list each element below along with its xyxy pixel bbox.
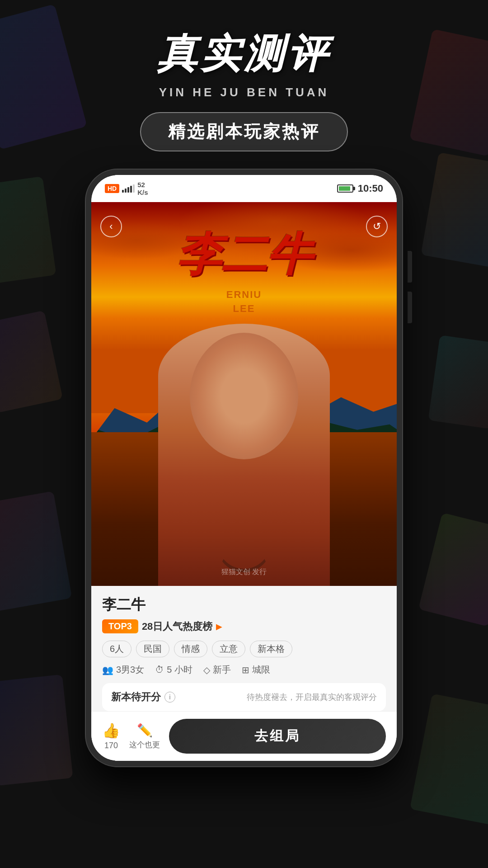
- status-time: 10:50: [358, 183, 383, 194]
- signal-bar-1: [122, 190, 124, 193]
- signal-bar-2: [125, 189, 127, 193]
- review-icon: ✏️: [137, 723, 153, 738]
- duration-value: 5 小时: [167, 664, 192, 676]
- rating-hint: 待热度褪去，开启最真实的客观评分: [247, 692, 377, 703]
- page: 真实测评 YIN HE JU BEN TUAN 精选剧本玩家热评 HD: [0, 0, 488, 868]
- battery-icon: [337, 184, 353, 193]
- battery-fill: [339, 186, 350, 191]
- status-right: 10:50: [337, 183, 383, 194]
- refresh-icon: ↺: [373, 221, 381, 232]
- tags-container: 6人 民国 情感 立意 新本格: [102, 641, 386, 657]
- scene-icon: ⊞: [242, 665, 249, 675]
- signal-bars: [122, 184, 135, 193]
- tag-genre[interactable]: 情感: [174, 641, 207, 657]
- brand-title: 真实测评: [157, 27, 331, 81]
- back-icon: ‹: [109, 221, 113, 232]
- poster-title-cn: 李二牛: [176, 225, 312, 286]
- rank-top-label: TOP3: [102, 619, 138, 633]
- phone-mockup: HD 52K/s 10:: [86, 170, 402, 766]
- players-value: 3男3女: [116, 664, 144, 676]
- tag-theme[interactable]: 立意: [212, 641, 245, 657]
- rank-badge: TOP3 28日人气热度榜 ▶: [102, 619, 222, 633]
- like-button[interactable]: 👍 170: [102, 722, 120, 750]
- volume-up-button: [408, 251, 412, 283]
- meta-players: 👥 3男3女: [102, 664, 144, 676]
- poster-watermark: 猩猫文创 发行: [221, 567, 267, 577]
- info-icon[interactable]: i: [164, 692, 175, 703]
- rating-title: 新本待开分: [111, 690, 161, 704]
- status-bar: HD 52K/s 10:: [91, 175, 397, 202]
- meta-difficulty: ◇ 新手: [203, 664, 231, 676]
- phone-frame: HD 52K/s 10:: [86, 170, 402, 766]
- meta-info: 👥 3男3女 ⏱ 5 小时 ◇ 新手 ⊞ 城限: [102, 664, 386, 676]
- review-label: 这个也更: [129, 740, 160, 750]
- rating-section: 新本待开分 i 待热度褪去，开启最真实的客观评分: [102, 683, 386, 711]
- tag-players[interactable]: 6人: [102, 641, 131, 657]
- network-speed: 52K/s: [137, 181, 148, 196]
- scene-value: 城限: [252, 664, 270, 676]
- rank-arrow-icon: ▶: [216, 622, 222, 632]
- phone-screen: HD 52K/s 10:: [91, 175, 397, 761]
- refresh-button[interactable]: ↺: [366, 216, 388, 237]
- branding-section: 真实测评 YIN HE JU BEN TUAN 精选剧本玩家热评: [140, 27, 348, 151]
- meta-scene: ⊞ 城限: [242, 664, 270, 676]
- signal-bar-5: [133, 184, 135, 193]
- action-bar: 👍 170 ✏️ 这个也更 去组局: [91, 711, 397, 761]
- brand-tagline: 精选剧本玩家热评: [140, 112, 348, 151]
- figure-face: [190, 333, 298, 459]
- like-icon: 👍: [102, 722, 120, 739]
- movie-title: 李二牛: [102, 595, 386, 615]
- signal-bar-4: [130, 186, 132, 193]
- like-count: 170: [104, 741, 118, 750]
- difficulty-value: 新手: [213, 664, 231, 676]
- tag-style[interactable]: 新本格: [250, 641, 292, 657]
- rating-label: 新本待开分 i: [111, 690, 175, 704]
- tag-era[interactable]: 民国: [136, 641, 169, 657]
- poster-title-en-text: ERNIU LEE: [226, 289, 262, 314]
- info-section: 李二牛 TOP3 28日人气热度榜 ▶ 6人 民国 情感 立意 新本格: [91, 586, 397, 711]
- brand-subtitle-en: YIN HE JU BEN TUAN: [159, 85, 329, 99]
- back-button[interactable]: ‹: [100, 216, 122, 237]
- movie-poster: 李二牛 ERNIU LEE ‹ ↺ 猩猫文创 发行: [91, 202, 397, 586]
- poster-figure: [158, 324, 330, 586]
- difficulty-icon: ◇: [203, 665, 210, 675]
- players-icon: 👥: [102, 665, 113, 675]
- meta-duration: ⏱ 5 小时: [155, 664, 192, 676]
- rank-description: 28日人气热度榜: [142, 620, 212, 633]
- status-left: HD 52K/s: [105, 181, 148, 196]
- review-button[interactable]: ✏️ 这个也更: [129, 723, 160, 750]
- hd-badge: HD: [105, 184, 119, 193]
- play-button[interactable]: 去组局: [169, 719, 386, 754]
- clock-icon: ⏱: [155, 665, 164, 675]
- poster-title-en: ERNIU LEE: [226, 288, 262, 316]
- volume-down-button: [408, 292, 412, 323]
- signal-bar-3: [127, 187, 129, 193]
